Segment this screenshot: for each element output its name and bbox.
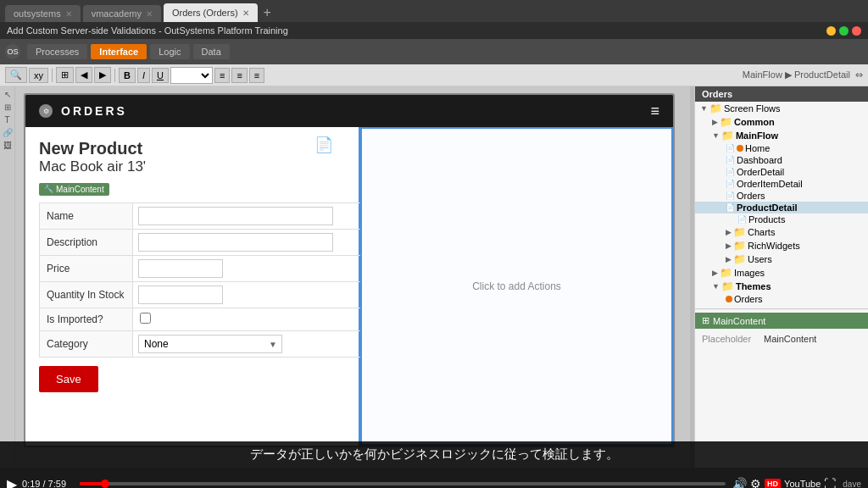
label-description: Description: [40, 229, 133, 255]
click-to-add-actions[interactable]: Click to add Actions: [472, 280, 561, 292]
tree-item-productdetail[interactable]: 📄 ProductDetail: [695, 202, 868, 214]
input-price[interactable]: [138, 259, 223, 278]
tab-data[interactable]: Data: [193, 44, 230, 59]
label-name: Name: [40, 202, 133, 229]
image-icon[interactable]: 🖼: [3, 141, 12, 150]
divider: [695, 308, 868, 309]
tree-label: ProductDetail: [737, 202, 798, 213]
tree-item-orders-theme[interactable]: Orders: [695, 293, 868, 305]
tree-item-orderitemdetail[interactable]: 📄 OrderItemDetail: [695, 178, 868, 190]
browser-tab-outsystems[interactable]: outsystems ✕: [5, 5, 81, 22]
label-category: Category: [40, 330, 133, 357]
input-name[interactable]: [138, 207, 333, 225]
arrow-icon: ▶: [726, 228, 732, 236]
input-category-select[interactable]: None: [138, 335, 282, 353]
font-size-select[interactable]: [170, 67, 213, 84]
toolbar-align-right[interactable]: ≡: [249, 68, 264, 83]
page-icon: 📄: [726, 191, 735, 200]
tree-item-mainflow[interactable]: ▼ 📁 MainFlow: [695, 129, 868, 142]
menu-icon[interactable]: ≡: [650, 103, 659, 120]
cursor-icon[interactable]: ↖: [4, 90, 11, 99]
right-panel-header: Orders: [695, 86, 868, 102]
tree-item-screen-flows[interactable]: ▼ 📁 Screen Flows: [695, 102, 868, 115]
tree-label: Common: [734, 117, 775, 127]
form-area: 📄 New Product Mac Book air 13' 🔧 MainCon…: [25, 127, 360, 446]
input-price-cell[interactable]: [133, 255, 361, 281]
fullscreen-icon[interactable]: ⛶: [824, 477, 836, 488]
tree-label: Charts: [748, 227, 775, 237]
tree-label: MainFlow: [736, 130, 778, 141]
toolbar-italic-btn[interactable]: I: [137, 68, 150, 83]
click-to-add-icon: 📄: [314, 136, 333, 154]
close-button[interactable]: [852, 26, 861, 36]
toolbar-back-btn[interactable]: ◀: [75, 67, 92, 83]
tab-logic[interactable]: Logic: [150, 44, 189, 59]
tree-item-common[interactable]: ▶ 📁 Common: [695, 115, 868, 129]
arrow-icon: ▶: [726, 241, 732, 250]
text-icon[interactable]: T: [4, 115, 9, 125]
close-icon[interactable]: ✕: [242, 8, 249, 18]
toolbar-widget-btn[interactable]: ⊞: [56, 67, 74, 83]
toolbar-xy-btn[interactable]: xy: [29, 68, 48, 83]
play-button[interactable]: ▶: [7, 476, 17, 489]
orange-dot: [737, 145, 743, 152]
input-imported-checkbox[interactable]: [140, 313, 151, 324]
tree-item-users[interactable]: ▶ 📁 Users: [695, 252, 868, 266]
volume-icon[interactable]: 🔊: [732, 477, 747, 488]
progress-bar-container[interactable]: [80, 482, 726, 485]
new-tab-button[interactable]: +: [260, 5, 275, 20]
input-description-cell[interactable]: [133, 229, 361, 255]
input-quantity-cell[interactable]: [133, 281, 361, 308]
tree-item-products[interactable]: 📄 Products: [695, 214, 868, 225]
input-name-cell[interactable]: [133, 202, 361, 229]
page-icon: 📄: [737, 215, 747, 224]
left-panel: ↖ ⊞ T 🔗 🖼: [0, 86, 15, 468]
youtube-logo[interactable]: YouTube: [784, 479, 821, 488]
app-toolbar: OS Processes Interface Logic Data: [0, 39, 868, 64]
toolbar-fwd-btn[interactable]: ▶: [94, 67, 111, 83]
hd-badge[interactable]: HD: [765, 479, 781, 488]
input-category-cell[interactable]: None ▼: [133, 330, 361, 357]
tab-interface[interactable]: Interface: [91, 44, 147, 59]
right-panel: Orders ▼ 📁 Screen Flows ▶ 📁 Common ▼ 📁 M…: [694, 86, 868, 468]
tree-item-themes[interactable]: ▼ 📁 Themes: [695, 280, 868, 293]
toolbar-search-btn[interactable]: 🔍: [5, 67, 27, 83]
toolbar-align-left[interactable]: ≡: [214, 68, 230, 83]
toolbar-align-center[interactable]: ≡: [231, 68, 247, 83]
minimize-button[interactable]: [826, 26, 836, 36]
tree-item-images[interactable]: ▶ 📁 Images: [695, 266, 868, 280]
input-description[interactable]: [138, 233, 333, 252]
tree-label: Orders: [737, 191, 765, 201]
subtitle-bar: データが正しいかを何かビジネスロジックに従って検証します。: [0, 441, 868, 468]
app-name: ORDERS: [61, 104, 650, 118]
input-quantity[interactable]: [138, 286, 223, 304]
tree-item-richwidgets[interactable]: ▶ 📁 RichWidgets: [695, 239, 868, 252]
tree-item-orderdetail[interactable]: 📄 OrderDetail: [695, 166, 868, 178]
tab-processes[interactable]: Processes: [27, 44, 87, 59]
toolbar-underline-btn[interactable]: U: [152, 68, 169, 83]
close-icon[interactable]: ✕: [146, 9, 153, 19]
folder-icon: 📁: [721, 130, 734, 141]
toolbar-bold-btn[interactable]: B: [119, 68, 136, 83]
orange-dot: [726, 296, 732, 302]
save-button[interactable]: Save: [39, 366, 98, 392]
tree-item-orders[interactable]: 📄 Orders: [695, 190, 868, 202]
prop-row-placeholder: Placeholder MainContent: [702, 332, 861, 346]
link-icon[interactable]: 🔗: [3, 128, 13, 137]
page-title: Add Custom Server-side Validations - Out…: [7, 25, 288, 36]
tab-label: vmacademy: [92, 8, 142, 19]
settings-icon[interactable]: ⚙: [750, 477, 761, 488]
folder-icon: 📁: [720, 116, 732, 128]
tree-item-dashboard[interactable]: 📄 Dashboard: [695, 154, 868, 166]
main-content-badge: 🔧 MainContent: [39, 183, 109, 196]
browser-tab-orders[interactable]: Orders (Orders) ✕: [164, 3, 258, 22]
resize-handle-right[interactable]: [690, 86, 694, 468]
close-icon[interactable]: ✕: [65, 9, 72, 19]
widget-icon[interactable]: ⊞: [4, 103, 11, 112]
tree-item-charts[interactable]: ▶ 📁 Charts: [695, 225, 868, 239]
input-imported-cell[interactable]: [133, 308, 361, 330]
expand-icon[interactable]: ⇔: [855, 69, 863, 80]
maximize-button[interactable]: [839, 26, 849, 36]
tree-item-home[interactable]: 📄 Home: [695, 142, 868, 154]
browser-tab-vmacademy[interactable]: vmacademy ✕: [83, 5, 161, 22]
